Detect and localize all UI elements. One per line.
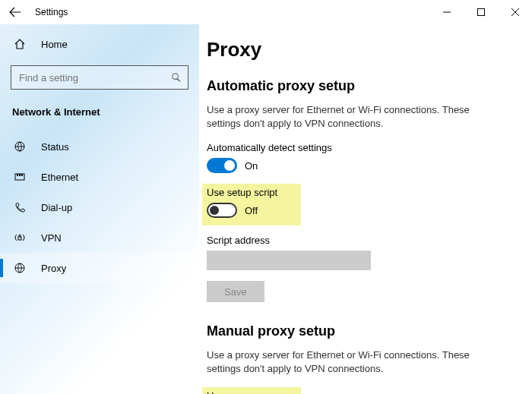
minimize-button[interactable] (429, 0, 464, 24)
sidebar-item-label: Proxy (41, 263, 66, 274)
main-panel: Proxy Automatic proxy setup Use a proxy … (199, 24, 532, 394)
vpn-icon (12, 232, 27, 244)
highlight-use-proxy: Use a proxy server Off (202, 387, 301, 394)
ethernet-icon (12, 171, 27, 183)
window-title: Settings (35, 7, 68, 17)
sidebar-item-label: Dial-up (41, 202, 72, 213)
script-state: Off (245, 205, 258, 216)
detect-toggle[interactable] (207, 158, 237, 173)
address-label: Script address (207, 235, 511, 246)
sidebar-item-label: Ethernet (41, 172, 78, 183)
back-button[interactable] (0, 0, 30, 24)
search-icon (171, 72, 182, 83)
auto-section-title: Automatic proxy setup (207, 78, 511, 94)
sidebar-item-vpn[interactable]: VPN (0, 222, 199, 253)
arrow-left-icon (9, 6, 21, 18)
manual-section-title: Manual proxy setup (207, 323, 511, 339)
detect-label: Automatically detect settings (207, 142, 511, 153)
sidebar-item-status[interactable]: Status (0, 131, 199, 162)
page-title: Proxy (207, 38, 511, 61)
highlight-setup-script: Use setup script Off (202, 184, 301, 225)
sidebar-item-label: VPN (41, 232, 62, 244)
close-button[interactable] (498, 0, 532, 24)
window-controls (429, 0, 532, 24)
search-box[interactable] (11, 65, 188, 90)
use-proxy-label: Use a proxy server (207, 390, 296, 394)
close-icon (511, 8, 519, 16)
save-button: Save (207, 281, 264, 302)
svg-rect-6 (21, 174, 23, 176)
script-address-input (207, 251, 371, 270)
svg-rect-4 (17, 174, 18, 176)
titlebar: Settings (0, 0, 532, 24)
svg-rect-5 (19, 174, 21, 176)
auto-section-desc: Use a proxy server for Ethernet or Wi-Fi… (207, 103, 503, 130)
sidebar-item-proxy[interactable]: Proxy (0, 253, 199, 283)
sidebar-item-label: Status (41, 141, 69, 153)
maximize-button[interactable] (464, 0, 498, 24)
category-header: Network & Internet (0, 102, 199, 131)
dialup-icon (12, 201, 27, 213)
minimize-icon (443, 8, 451, 16)
script-toggle[interactable] (207, 203, 237, 218)
maximize-icon (477, 8, 485, 16)
proxy-icon (12, 262, 27, 274)
sidebar: Home Network & Internet Status Ethernet … (0, 24, 199, 394)
home-label: Home (41, 39, 68, 50)
search-input[interactable] (19, 72, 171, 84)
svg-rect-0 (477, 9, 484, 16)
svg-rect-7 (18, 237, 21, 240)
detect-state: On (245, 160, 258, 172)
script-label: Use setup script (207, 187, 296, 198)
status-icon (12, 140, 27, 153)
sidebar-item-dialup[interactable]: Dial-up (0, 192, 199, 222)
manual-section-desc: Use a proxy server for Ethernet or Wi-Fi… (207, 348, 503, 375)
home-nav[interactable]: Home (0, 30, 199, 58)
home-icon (12, 38, 27, 50)
sidebar-item-ethernet[interactable]: Ethernet (0, 162, 199, 192)
